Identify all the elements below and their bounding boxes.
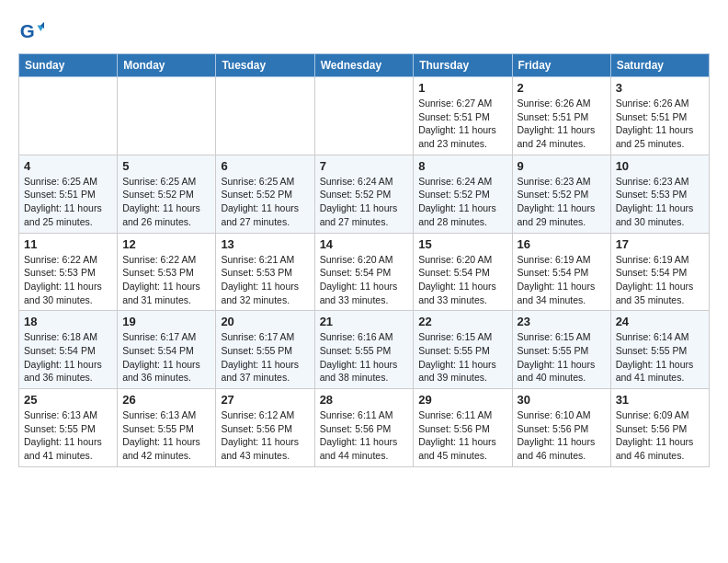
svg-text:G: G [20,20,35,41]
cell-info: Sunrise: 6:25 AMSunset: 5:52 PMDaylight:… [221,175,309,229]
day-number: 22 [418,315,506,328]
cell-info: Sunrise: 6:16 AMSunset: 5:55 PMDaylight:… [320,330,409,385]
calendar-cell: 28Sunrise: 6:11 AMSunset: 5:56 PMDayligh… [314,389,414,467]
calendar-header-sunday: Sunday [19,54,118,77]
day-number: 18 [24,315,112,328]
cell-info: Sunrise: 6:19 AMSunset: 5:54 PMDaylight:… [616,253,704,307]
cell-info: Sunrise: 6:15 AMSunset: 5:55 PMDaylight:… [518,330,606,385]
cell-info: Sunrise: 6:20 AMSunset: 5:54 PMDaylight:… [418,253,506,307]
day-number: 7 [320,159,409,173]
calendar-cell: 4Sunrise: 6:25 AMSunset: 5:51 PMDaylight… [19,155,118,233]
cell-info: Sunrise: 6:25 AMSunset: 5:51 PMDaylight:… [24,175,112,229]
cell-info: Sunrise: 6:21 AMSunset: 5:53 PMDaylight:… [221,253,309,307]
day-number: 30 [518,393,606,407]
day-number: 4 [24,159,112,173]
day-number: 16 [518,237,606,251]
page-header: G [18,18,710,44]
calendar-cell: 10Sunrise: 6:23 AMSunset: 5:53 PMDayligh… [610,155,709,233]
cell-info: Sunrise: 6:15 AMSunset: 5:55 PMDaylight:… [418,330,506,385]
calendar-cell: 9Sunrise: 6:23 AMSunset: 5:52 PMDaylight… [512,155,610,233]
cell-info: Sunrise: 6:17 AMSunset: 5:54 PMDaylight:… [122,330,210,385]
calendar-cell: 31Sunrise: 6:09 AMSunset: 5:56 PMDayligh… [610,389,709,467]
day-number: 6 [221,159,309,173]
day-number: 17 [616,237,704,251]
calendar-cell: 17Sunrise: 6:19 AMSunset: 5:54 PMDayligh… [610,233,709,311]
calendar-cell: 5Sunrise: 6:25 AMSunset: 5:52 PMDaylight… [118,155,216,233]
day-number: 1 [418,81,506,95]
day-number: 25 [24,393,112,407]
calendar-cell: 27Sunrise: 6:12 AMSunset: 5:56 PMDayligh… [216,389,314,467]
calendar-cell: 7Sunrise: 6:24 AMSunset: 5:52 PMDaylight… [314,155,414,233]
calendar-cell: 12Sunrise: 6:22 AMSunset: 5:53 PMDayligh… [118,233,216,311]
calendar-cell [216,77,314,155]
day-number: 14 [320,237,409,251]
day-number: 2 [518,81,606,95]
cell-info: Sunrise: 6:11 AMSunset: 5:56 PMDaylight:… [418,408,506,463]
cell-info: Sunrise: 6:20 AMSunset: 5:54 PMDaylight:… [320,253,409,307]
day-number: 8 [418,159,506,173]
cell-info: Sunrise: 6:13 AMSunset: 5:55 PMDaylight:… [122,408,210,463]
day-number: 3 [616,81,704,95]
calendar-cell: 14Sunrise: 6:20 AMSunset: 5:54 PMDayligh… [314,233,414,311]
cell-info: Sunrise: 6:23 AMSunset: 5:53 PMDaylight:… [616,175,704,229]
cell-info: Sunrise: 6:10 AMSunset: 5:56 PMDaylight:… [518,408,606,463]
cell-info: Sunrise: 6:09 AMSunset: 5:56 PMDaylight:… [616,408,704,463]
cell-info: Sunrise: 6:22 AMSunset: 5:53 PMDaylight:… [122,253,210,307]
day-number: 10 [616,159,704,173]
cell-info: Sunrise: 6:22 AMSunset: 5:53 PMDaylight:… [24,253,112,307]
calendar-cell: 21Sunrise: 6:16 AMSunset: 5:55 PMDayligh… [314,311,414,389]
calendar-cell: 2Sunrise: 6:26 AMSunset: 5:51 PMDaylight… [512,77,610,155]
cell-info: Sunrise: 6:24 AMSunset: 5:52 PMDaylight:… [320,175,409,229]
calendar-cell: 24Sunrise: 6:14 AMSunset: 5:55 PMDayligh… [610,311,709,389]
logo: G [18,18,48,44]
cell-info: Sunrise: 6:17 AMSunset: 5:55 PMDaylight:… [221,330,309,385]
calendar-week-row: 1Sunrise: 6:27 AMSunset: 5:51 PMDaylight… [19,77,710,155]
logo-icon: G [18,18,44,44]
calendar-cell [314,77,414,155]
calendar-header-row: SundayMondayTuesdayWednesdayThursdayFrid… [19,54,710,77]
day-number: 26 [122,393,210,407]
day-number: 20 [221,315,309,328]
calendar-cell: 25Sunrise: 6:13 AMSunset: 5:55 PMDayligh… [19,389,118,467]
calendar-cell [19,77,118,155]
calendar-cell: 3Sunrise: 6:26 AMSunset: 5:51 PMDaylight… [610,77,709,155]
day-number: 23 [518,315,606,328]
calendar-cell: 13Sunrise: 6:21 AMSunset: 5:53 PMDayligh… [216,233,314,311]
cell-info: Sunrise: 6:23 AMSunset: 5:52 PMDaylight:… [518,175,606,229]
day-number: 31 [616,393,704,407]
cell-info: Sunrise: 6:14 AMSunset: 5:55 PMDaylight:… [616,330,704,385]
day-number: 5 [122,159,210,173]
day-number: 13 [221,237,309,251]
calendar-cell: 19Sunrise: 6:17 AMSunset: 5:54 PMDayligh… [118,311,216,389]
day-number: 19 [122,315,210,328]
day-number: 9 [518,159,606,173]
calendar-table: SundayMondayTuesdayWednesdayThursdayFrid… [18,53,710,467]
calendar-cell: 18Sunrise: 6:18 AMSunset: 5:54 PMDayligh… [19,311,118,389]
day-number: 27 [221,393,309,407]
day-number: 21 [320,315,409,328]
day-number: 24 [616,315,704,328]
day-number: 28 [320,393,409,407]
calendar-cell: 26Sunrise: 6:13 AMSunset: 5:55 PMDayligh… [118,389,216,467]
calendar-cell [118,77,216,155]
calendar-cell: 1Sunrise: 6:27 AMSunset: 5:51 PMDaylight… [414,77,512,155]
calendar-header-tuesday: Tuesday [216,54,314,77]
calendar-header-monday: Monday [118,54,216,77]
calendar-cell: 8Sunrise: 6:24 AMSunset: 5:52 PMDaylight… [414,155,512,233]
cell-info: Sunrise: 6:24 AMSunset: 5:52 PMDaylight:… [418,175,506,229]
calendar-cell: 6Sunrise: 6:25 AMSunset: 5:52 PMDaylight… [216,155,314,233]
calendar-cell: 15Sunrise: 6:20 AMSunset: 5:54 PMDayligh… [414,233,512,311]
calendar-cell: 29Sunrise: 6:11 AMSunset: 5:56 PMDayligh… [414,389,512,467]
calendar-header-wednesday: Wednesday [314,54,414,77]
day-number: 11 [24,237,112,251]
calendar-cell: 30Sunrise: 6:10 AMSunset: 5:56 PMDayligh… [512,389,610,467]
calendar-cell: 23Sunrise: 6:15 AMSunset: 5:55 PMDayligh… [512,311,610,389]
cell-info: Sunrise: 6:27 AMSunset: 5:51 PMDaylight:… [418,97,506,151]
calendar-week-row: 25Sunrise: 6:13 AMSunset: 5:55 PMDayligh… [19,389,710,467]
cell-info: Sunrise: 6:25 AMSunset: 5:52 PMDaylight:… [122,175,210,229]
calendar-cell: 16Sunrise: 6:19 AMSunset: 5:54 PMDayligh… [512,233,610,311]
calendar-week-row: 11Sunrise: 6:22 AMSunset: 5:53 PMDayligh… [19,233,710,311]
cell-info: Sunrise: 6:13 AMSunset: 5:55 PMDaylight:… [24,408,112,463]
cell-info: Sunrise: 6:12 AMSunset: 5:56 PMDaylight:… [221,408,309,463]
calendar-week-row: 4Sunrise: 6:25 AMSunset: 5:51 PMDaylight… [19,155,710,233]
